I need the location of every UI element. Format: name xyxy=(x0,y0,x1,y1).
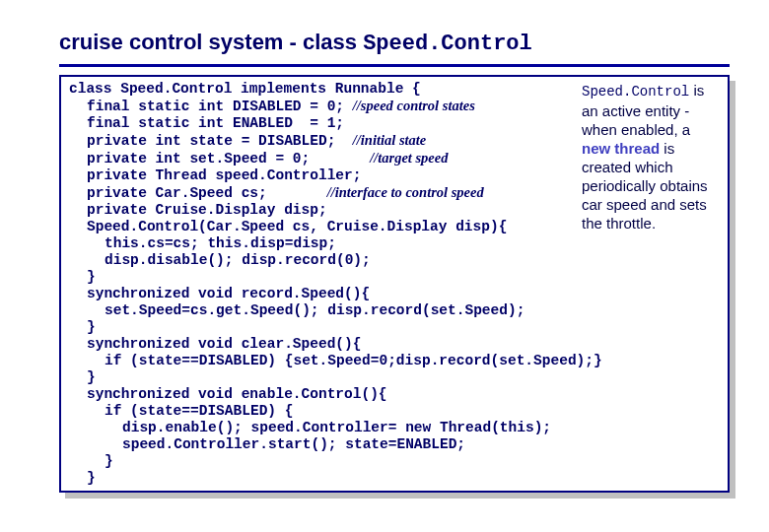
code-text: final static int DISABLED = 0; xyxy=(87,99,353,114)
code-box: class Speed.Control implements Runnable … xyxy=(59,75,730,493)
code-line: synchronized void enable.Control(){ xyxy=(69,386,720,403)
code-text: } xyxy=(105,453,113,469)
code-line: disp.enable(); speed.Controller= new Thr… xyxy=(69,420,720,436)
code-line: } xyxy=(69,269,720,286)
code-line: synchronized void record.Speed(){ xyxy=(69,286,720,302)
note-emph: new thread xyxy=(582,140,660,157)
slide-title: cruise control system - class Speed.Cont… xyxy=(59,30,730,56)
code-line: } xyxy=(69,470,720,487)
code-comment: //target speed xyxy=(370,150,448,166)
code-text: this.cs=cs; this.disp=disp; xyxy=(105,235,336,251)
code-text: private int state = DISABLED; xyxy=(87,133,353,149)
code-text: } xyxy=(87,369,96,385)
code-line: this.cs=cs; this.disp=disp; xyxy=(69,235,720,252)
code-comment: //speed control states xyxy=(353,98,475,113)
code-text: class Speed.Control implements Runnable … xyxy=(69,81,421,97)
code-text: synchronized void enable.Control(){ xyxy=(87,386,387,402)
code-line: set.Speed=cs.get.Speed(); disp.record(se… xyxy=(69,302,720,319)
code-line: synchronized void clear.Speed(){ xyxy=(69,336,720,353)
code-text: speed.Controller.start(); state=ENABLED; xyxy=(122,436,465,452)
code-line: if (state==DISABLED) {set.Speed=0;disp.r… xyxy=(69,353,720,369)
code-text: private Car.Speed cs; xyxy=(87,185,327,201)
code-text: if (state==DISABLED) {set.Speed=0;disp.r… xyxy=(105,353,602,368)
code-text: Speed.Control(Car.Speed cs, Cruise.Displ… xyxy=(87,219,507,234)
title-class-name: Speed.Control xyxy=(363,32,532,56)
code-line: } xyxy=(69,369,720,386)
code-text: disp.enable(); speed.Controller= new Thr… xyxy=(122,420,551,435)
code-text: synchronized void clear.Speed(){ xyxy=(87,336,361,352)
code-line: } xyxy=(69,319,720,336)
code-text: } xyxy=(87,470,96,486)
code-line: disp.disable(); disp.record(0); xyxy=(69,252,720,269)
slide-root: cruise control system - class Speed.Cont… xyxy=(0,0,769,532)
code-box-wrap: class Speed.Control implements Runnable … xyxy=(59,75,730,499)
code-text: } xyxy=(87,269,96,285)
code-text: } xyxy=(87,319,96,335)
code-line: speed.Controller.start(); state=ENABLED; xyxy=(69,436,720,453)
code-comment: //initial state xyxy=(353,132,427,148)
code-text: disp.disable(); disp.record(0); xyxy=(105,252,371,268)
code-text: synchronized void record.Speed(){ xyxy=(87,286,370,301)
code-text: if (state==DISABLED) { xyxy=(105,403,293,419)
code-text: final static int ENABLED = 1; xyxy=(87,115,344,131)
code-text: private Thread speed.Controller; xyxy=(87,167,361,183)
title-text: cruise control system - class xyxy=(59,30,363,54)
code-text: private int set.Speed = 0; xyxy=(87,151,370,166)
note-classname: Speed.Control xyxy=(582,84,689,100)
code-text: set.Speed=cs.get.Speed(); disp.record(se… xyxy=(105,302,524,318)
title-underline xyxy=(59,64,730,67)
code-comment: //interface to control speed xyxy=(327,184,484,200)
side-note: Speed.Control is an active entity - when… xyxy=(578,79,724,236)
code-line: if (state==DISABLED) { xyxy=(69,403,720,420)
code-text: private Cruise.Display disp; xyxy=(87,202,327,218)
code-line: } xyxy=(69,453,720,470)
